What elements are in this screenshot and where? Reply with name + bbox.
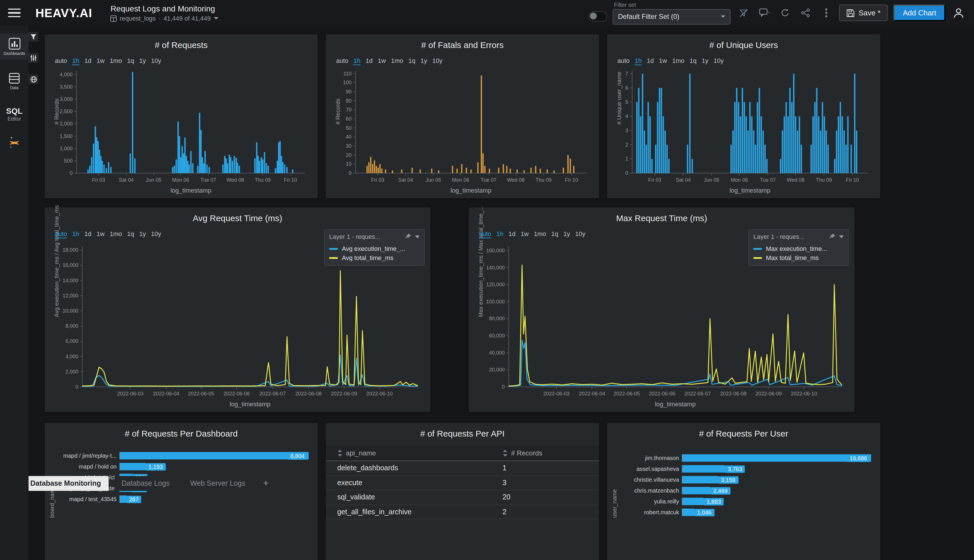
hbar-row[interactable]: robert.matcuk1,046 [612, 507, 871, 518]
hbar-row[interactable]: mapd / test_43545287 [49, 494, 309, 505]
filter-set-dropdown[interactable]: Default Filter Set (0) [613, 9, 730, 24]
refresh-icon[interactable] [777, 5, 792, 20]
time-range-1y[interactable]: 1y [139, 230, 146, 238]
funnel-icon[interactable] [28, 32, 38, 42]
time-range-1w[interactable]: 1w [521, 230, 529, 238]
time-range-1w[interactable]: 1w [97, 57, 105, 65]
chart-plot[interactable]: # Records 05001,0001,5002,0002,5003,0003… [49, 66, 313, 196]
time-range-auto[interactable]: auto [55, 57, 67, 65]
tab-database-monitoring[interactable]: Database Monitoring [23, 476, 108, 491]
table-row[interactable]: sql_validate20 [326, 490, 599, 505]
hbar-row[interactable]: mapd / hold on1,193 [49, 461, 309, 472]
sidebar-item-dashboards[interactable]: Dashboards [0, 34, 28, 60]
time-range-10y[interactable]: 10y [151, 57, 162, 65]
table-row[interactable]: delete_dashboards1 [326, 461, 599, 476]
hbar-bar[interactable]: 2,469 [682, 487, 710, 494]
sidebar-item-sql-editor[interactable]: SQL Editor [6, 106, 23, 122]
hbar-bar[interactable]: 16,686 [682, 454, 871, 462]
time-range-1q[interactable]: 1q [409, 57, 415, 65]
time-range-1w[interactable]: 1w [378, 57, 386, 65]
chevron-down-icon[interactable] [415, 235, 420, 238]
time-range-1h[interactable]: 1h [354, 57, 361, 65]
tab-database-logs[interactable]: Database Logs [114, 476, 177, 491]
time-range-1d[interactable]: 1d [509, 230, 515, 238]
comments-icon[interactable] [757, 5, 772, 20]
add-chart-button[interactable]: Add Chart [894, 5, 946, 21]
kebab-menu-icon[interactable] [819, 5, 833, 20]
time-range-auto[interactable]: auto [336, 57, 349, 65]
hbar-bar[interactable]: 8,804 [120, 452, 309, 460]
pin-icon[interactable] [829, 233, 836, 240]
time-range-1y[interactable]: 1y [420, 57, 427, 65]
time-range-1y[interactable]: 1y [702, 57, 708, 65]
time-range-1mo[interactable]: 1mo [110, 57, 122, 65]
hbar-bar[interactable]: 3,763 [682, 465, 725, 473]
hbar-row[interactable]: christie.villanueva3,159 [612, 474, 871, 485]
hbar-row[interactable]: chris.matzenbach2,469 [612, 485, 871, 496]
chart-legend[interactable]: Layer 1 - reques...Avg execution_time_..… [324, 229, 425, 266]
time-range-1y[interactable]: 1y [139, 57, 146, 65]
hbar-row[interactable]: jim.thomason16,686 [612, 453, 871, 463]
time-range-1h[interactable]: 1h [72, 230, 80, 238]
time-range-auto[interactable]: auto [479, 230, 491, 238]
time-range-1d[interactable]: 1d [84, 57, 92, 65]
time-range-1d[interactable]: 1d [365, 57, 373, 65]
time-range-1h[interactable]: 1h [497, 230, 504, 238]
chart-plot[interactable]: Max execution_time_ms / Max total_time_.… [473, 242, 850, 410]
time-range-1d[interactable]: 1d [647, 57, 654, 65]
add-tab-button[interactable]: + [259, 476, 273, 491]
hbar-row[interactable]: assel.sapasheva3,763 [612, 463, 871, 474]
time-range-1w[interactable]: 1w [659, 57, 667, 65]
hbar-bar[interactable]: 1,883 [682, 498, 704, 505]
time-range-1d[interactable]: 1d [84, 230, 92, 238]
time-range-1mo[interactable]: 1mo [672, 57, 684, 65]
time-range-10y[interactable]: 10y [714, 57, 724, 65]
chevron-down-icon[interactable] [839, 235, 844, 238]
time-range-1q[interactable]: 1q [127, 230, 134, 238]
time-range-auto[interactable]: auto [617, 57, 630, 65]
time-range-1q[interactable]: 1q [690, 57, 697, 65]
share-icon[interactable] [798, 5, 813, 20]
menu-icon[interactable] [0, 0, 28, 26]
chart-plot[interactable]: Avg execution_time_ms / Avg total_time_m… [49, 242, 426, 410]
table-row[interactable]: execute3 [326, 476, 599, 490]
hbar-row[interactable]: mapd / jimt/replay-t...8,804 [49, 450, 309, 461]
table-row[interactable]: get_all_files_in_archive2 [326, 505, 599, 520]
time-range-1y[interactable]: 1y [563, 230, 570, 238]
time-range-10y[interactable]: 10y [432, 57, 443, 65]
time-range-1mo[interactable]: 1mo [391, 57, 403, 65]
jupyter-icon[interactable] [7, 135, 21, 152]
hbar-bar[interactable]: 287 [120, 495, 126, 503]
hbar-bar[interactable]: 1,193 [120, 463, 145, 470]
time-range-1h[interactable]: 1h [635, 57, 642, 65]
chart-legend[interactable]: Layer 1 - reques...Max execution_time...… [748, 229, 849, 266]
time-range-auto[interactable]: auto [55, 230, 67, 238]
time-range-1q[interactable]: 1q [127, 57, 134, 65]
legend-entry[interactable]: Avg total_time_ms [329, 254, 420, 261]
sidebar-item-data[interactable]: Data [0, 68, 28, 94]
tab-web-server-logs[interactable]: Web Server Logs [183, 476, 253, 491]
time-range-10y[interactable]: 10y [151, 230, 162, 238]
hbar-bar[interactable]: 3,159 [682, 476, 718, 483]
save-button[interactable]: Save * [839, 5, 888, 21]
column-header-records[interactable]: # Records [502, 449, 588, 457]
time-range-1mo[interactable]: 1mo [534, 230, 546, 238]
legend-entry[interactable]: Max total_time_ms [753, 254, 844, 261]
chart-plot[interactable]: # Records 0102030405060708090100110Fri 0… [330, 66, 594, 196]
filter-disabled-icon[interactable] [736, 5, 751, 20]
legend-entry[interactable]: Avg execution_time_... [329, 245, 420, 252]
time-range-1h[interactable]: 1h [72, 57, 80, 65]
hbar-bar[interactable]: 1,046 [682, 508, 694, 516]
time-range-1w[interactable]: 1w [97, 230, 105, 238]
time-range-10y[interactable]: 10y [575, 230, 585, 238]
column-header-api-name[interactable]: api_name [337, 449, 502, 457]
filter-set-toggle[interactable] [589, 11, 607, 22]
time-range-1q[interactable]: 1q [551, 230, 559, 238]
source-row[interactable]: request_logs · 41,449 of 41,449 [111, 15, 218, 22]
user-avatar-icon[interactable] [951, 5, 966, 20]
hbar-row[interactable]: yulia.reilly1,883 [612, 496, 871, 507]
legend-entry[interactable]: Max execution_time... [753, 245, 844, 252]
time-range-1mo[interactable]: 1mo [110, 230, 122, 238]
brand-logo[interactable]: HEAVY.AI [35, 6, 92, 20]
sliders-icon[interactable] [28, 53, 38, 63]
